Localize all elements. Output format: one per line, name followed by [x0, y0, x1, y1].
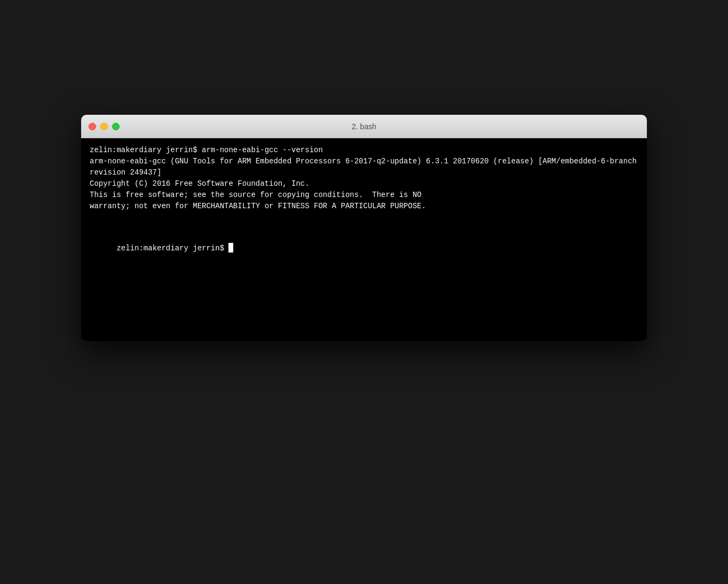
terminal-cursor: [228, 243, 233, 252]
window-title: 2. bash: [352, 122, 376, 131]
terminal-prompt-line[interactable]: zelin:makerdiary jerrin$: [90, 232, 638, 265]
terminal-prompt: zelin:makerdiary jerrin$: [116, 244, 228, 252]
titlebar: 2. bash: [81, 115, 647, 138]
maximize-button[interactable]: [112, 123, 120, 130]
terminal-line-3: Copyright (C) 2016 Free Software Foundat…: [90, 178, 638, 190]
terminal-line-1: zelin:makerdiary jerrin$ arm-none-eabi-g…: [90, 145, 638, 156]
terminal-line-5: warranty; not even for MERCHANTABILITY o…: [90, 201, 638, 212]
terminal-window: 2. bash zelin:makerdiary jerrin$ arm-non…: [81, 115, 647, 341]
terminal-line-2: arm-none-eabi-gcc (GNU Tools for ARM Emb…: [90, 156, 638, 178]
terminal-line-4: This is free software; see the source fo…: [90, 190, 638, 201]
terminal-body[interactable]: zelin:makerdiary jerrin$ arm-none-eabi-g…: [81, 138, 647, 341]
minimize-button[interactable]: [100, 123, 108, 130]
window-controls: [89, 123, 120, 130]
terminal-line-blank: [90, 212, 638, 223]
close-button[interactable]: [89, 123, 96, 130]
